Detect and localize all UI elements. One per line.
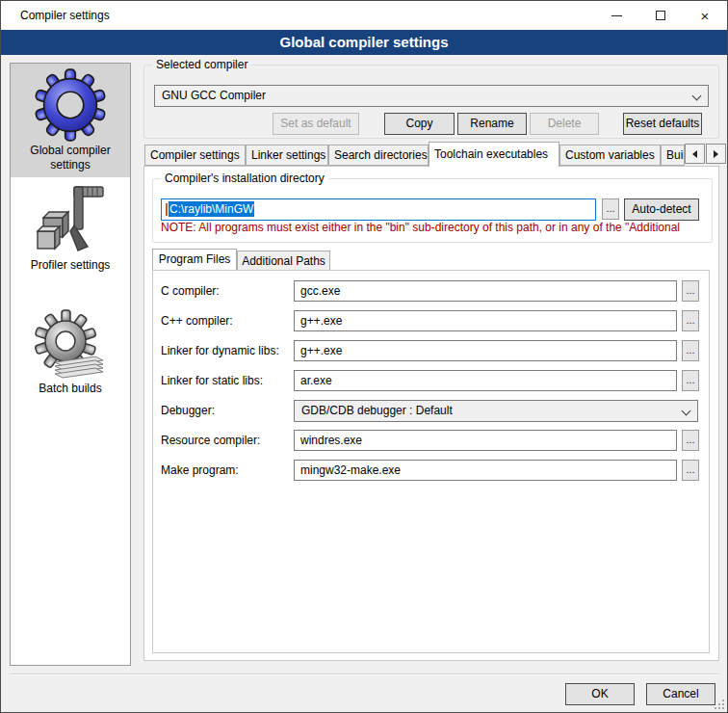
auto-detect-button[interactable]: Auto-detect	[624, 198, 699, 221]
linker-static-input[interactable]	[294, 370, 677, 391]
make-program-label: Make program:	[161, 460, 239, 481]
make-program-input[interactable]	[294, 460, 677, 481]
rename-button[interactable]: Rename	[457, 113, 527, 135]
sidebar-item-label: Profiler settings	[11, 258, 130, 273]
make-program-browse-button[interactable]: ...	[682, 460, 699, 481]
program-files-panel: C compiler: ... C++ compiler: ... Linker…	[152, 270, 710, 653]
bin-subdirectory-note: NOTE: All programs must exist either in …	[161, 221, 714, 234]
installation-directory-value: C:\raylib\MinGW	[169, 201, 254, 217]
tab-search-directories[interactable]: Search directories	[328, 145, 429, 166]
ok-button[interactable]: OK	[565, 683, 635, 705]
resource-compiler-label: Resource compiler:	[161, 430, 260, 451]
caliper-icon	[32, 183, 109, 258]
settings-category-sidebar: Global compiler settings Profiler settin…	[10, 63, 131, 666]
set-as-default-button[interactable]: Set as default	[273, 113, 359, 135]
linker-dynamic-label: Linker for dynamic libs:	[161, 340, 279, 361]
installation-directory-group: Compiler's installation directory C:\ray…	[152, 178, 713, 243]
text-caret	[166, 203, 168, 216]
linker-dynamic-input[interactable]	[294, 340, 677, 361]
page-title: Global compiler settings	[1, 30, 727, 55]
cancel-button[interactable]: Cancel	[646, 683, 715, 705]
compiler-settings-dialog: Compiler settings × Global compiler sett…	[0, 0, 728, 713]
sidebar-item-label: Batch builds	[11, 382, 130, 396]
maximize-icon	[656, 11, 665, 20]
tab-build-options[interactable]: Build	[661, 145, 685, 166]
cpp-compiler-input[interactable]	[294, 310, 677, 331]
debugger-dropdown[interactable]: GDB/CDB debugger : Default	[294, 400, 698, 422]
tab-custom-variables[interactable]: Custom variables	[559, 145, 661, 166]
selected-compiler-group-label: Selected compiler	[152, 58, 251, 72]
arrow-right-icon	[714, 150, 718, 158]
tab-toolchain-executables[interactable]: Toolchain executables	[429, 142, 559, 167]
minimize-button[interactable]	[594, 1, 638, 30]
sidebar-item-batch-builds[interactable]: Batch builds	[11, 306, 130, 403]
tab-scroll-left-button[interactable]	[685, 144, 705, 164]
sidebar-item-global-compiler-settings[interactable]: Global compiler settings	[11, 64, 130, 177]
installation-directory-input[interactable]: C:\raylib\MinGW	[161, 198, 596, 221]
chevron-down-icon	[682, 407, 691, 416]
blue-gear-icon	[34, 66, 107, 144]
debugger-value: GDB/CDB debugger : Default	[301, 404, 453, 417]
resource-compiler-input[interactable]	[294, 430, 677, 451]
resize-grip-icon[interactable]	[715, 700, 724, 709]
selected-compiler-value: GNU GCC Compiler	[162, 89, 266, 102]
installation-directory-group-label: Compiler's installation directory	[161, 172, 328, 186]
copy-button[interactable]: Copy	[384, 113, 455, 135]
selected-compiler-dropdown[interactable]: GNU GCC Compiler	[154, 85, 709, 107]
close-button[interactable]: ×	[683, 1, 727, 30]
gray-gear-stack-icon	[32, 308, 109, 382]
tab-linker-settings[interactable]: Linker settings	[246, 145, 328, 166]
subtab-additional-paths[interactable]: Additional Paths	[237, 251, 330, 272]
window-title: Compiler settings	[20, 1, 110, 30]
resource-compiler-browse-button[interactable]: ...	[682, 430, 699, 451]
minimize-icon	[611, 15, 622, 16]
footer-divider	[11, 673, 719, 675]
installation-directory-browse-button[interactable]: ...	[602, 198, 619, 220]
debugger-label: Debugger:	[161, 400, 215, 421]
c-compiler-browse-button[interactable]: ...	[682, 280, 699, 302]
sidebar-item-profiler-settings[interactable]: Profiler settings	[11, 181, 130, 281]
reset-defaults-button[interactable]: Reset defaults	[623, 113, 702, 135]
chevron-down-icon	[692, 92, 702, 101]
c-compiler-label: C compiler:	[161, 280, 220, 302]
tab-compiler-settings[interactable]: Compiler settings	[144, 145, 246, 166]
linker-dynamic-browse-button[interactable]: ...	[682, 340, 699, 361]
linker-static-label: Linker for static libs:	[161, 370, 263, 391]
linker-static-browse-button[interactable]: ...	[682, 370, 699, 391]
c-compiler-input[interactable]	[294, 280, 677, 302]
title-bar: Compiler settings ×	[1, 1, 727, 30]
subtab-program-files[interactable]: Program Files	[152, 249, 237, 270]
tab-scroll-right-button[interactable]	[706, 144, 726, 164]
sidebar-item-label: Global compiler settings	[11, 144, 130, 172]
cpp-compiler-browse-button[interactable]: ...	[682, 310, 699, 331]
close-icon: ×	[701, 9, 710, 23]
selected-compiler-group: Selected compiler GNU GCC Compiler Set a…	[143, 65, 719, 139]
arrow-left-icon	[692, 150, 697, 158]
delete-button[interactable]: Delete	[530, 113, 599, 135]
cpp-compiler-label: C++ compiler:	[161, 310, 233, 331]
toolchain-executables-page: Compiler's installation directory C:\ray…	[143, 166, 719, 661]
maximize-button[interactable]	[638, 1, 683, 30]
